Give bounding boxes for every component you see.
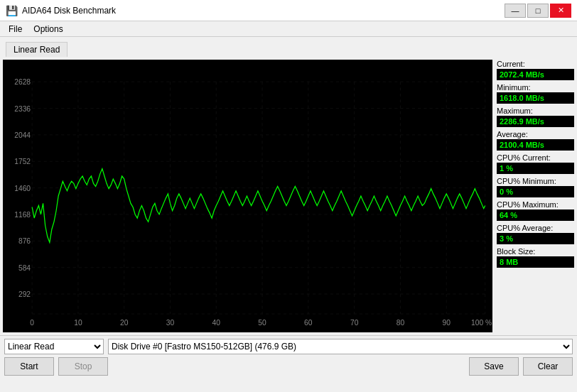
window-controls: — □ ✕: [505, 4, 571, 18]
average-value: 2100.4 MB/s: [497, 139, 574, 151]
save-button[interactable]: Save: [469, 357, 519, 376]
cpu-current-value: 1 %: [497, 163, 574, 174]
svg-text:10: 10: [74, 319, 82, 327]
menu-bar: File Options: [0, 21, 577, 37]
svg-text:584: 584: [18, 264, 31, 272]
title-bar: 💾 AIDA64 Disk Benchmark — □ ✕: [0, 0, 577, 21]
svg-text:40: 40: [212, 319, 221, 327]
right-panel: Current: 2072.4 MB/s Minimum: 1618.0 MB/…: [495, 57, 577, 335]
bottom-row1: Linear Read Random Read Buffered Read Av…: [4, 339, 573, 354]
cpu-maximum-stat: CPU% Maximum: 64 %: [497, 200, 574, 221]
disk-select[interactable]: Disk Drive #0 [Fastro MS150-512GB] (476.…: [108, 339, 573, 354]
tab-linear-read[interactable]: Linear Read: [6, 42, 68, 57]
average-label: Average:: [497, 130, 574, 138]
maximum-stat: Maximum: 2286.9 MB/s: [497, 107, 574, 127]
bottom-row2: Start Stop Save Clear: [4, 357, 573, 376]
cpu-current-label: CPU% Current:: [497, 153, 574, 162]
cpu-average-label: CPU% Average:: [497, 224, 574, 232]
bottom-bar: Linear Read Random Read Buffered Read Av…: [0, 335, 577, 392]
current-stat: Current: 2072.4 MB/s: [497, 60, 574, 80]
minimum-label: Minimum:: [497, 83, 574, 92]
minimum-stat: Minimum: 1618.0 MB/s: [497, 83, 574, 104]
close-button[interactable]: ✕: [550, 4, 571, 18]
current-value: 2072.4 MB/s: [497, 69, 574, 80]
svg-text:292: 292: [18, 290, 31, 298]
tab-row: Linear Read: [0, 37, 577, 57]
svg-text:50: 50: [258, 319, 266, 327]
svg-text:70: 70: [350, 319, 359, 327]
start-button[interactable]: Start: [4, 357, 54, 376]
svg-rect-0: [3, 60, 492, 332]
svg-text:2044: 2044: [14, 131, 31, 139]
block-size-label: Block Size:: [497, 247, 574, 256]
main-content: MB/s 06:14: [0, 57, 577, 335]
maximize-button[interactable]: □: [527, 4, 549, 18]
chart-area: MB/s 06:14: [3, 60, 492, 332]
maximum-value: 2286.9 MB/s: [497, 116, 574, 127]
cpu-maximum-value: 64 %: [497, 209, 574, 221]
minimum-value: 1618.0 MB/s: [497, 92, 574, 104]
block-size-value: 8 MB: [497, 256, 574, 268]
cpu-average-value: 3 %: [497, 233, 574, 244]
svg-text:1752: 1752: [14, 158, 31, 165]
cpu-maximum-label: CPU% Maximum:: [497, 200, 574, 209]
svg-text:876: 876: [18, 237, 31, 245]
svg-text:2628: 2628: [14, 78, 31, 86]
window-title: AIDA64 Disk Benchmark: [22, 6, 505, 16]
cpu-current-stat: CPU% Current: 1 %: [497, 153, 574, 174]
svg-text:0: 0: [30, 319, 34, 327]
svg-text:20: 20: [120, 319, 129, 327]
svg-text:2336: 2336: [14, 105, 31, 113]
svg-text:100 %: 100 %: [471, 319, 492, 327]
svg-text:1168: 1168: [14, 211, 31, 219]
cpu-average-stat: CPU% Average: 3 %: [497, 224, 574, 244]
cpu-minimum-label: CPU% Minimum:: [497, 177, 574, 185]
benchmark-select[interactable]: Linear Read Random Read Buffered Read Av…: [4, 339, 104, 354]
svg-text:80: 80: [397, 319, 405, 327]
clear-button[interactable]: Clear: [523, 357, 573, 376]
block-size-stat: Block Size: 8 MB: [497, 247, 574, 268]
stop-button[interactable]: Stop: [58, 357, 108, 376]
menu-options[interactable]: Options: [28, 23, 68, 36]
cpu-minimum-value: 0 %: [497, 186, 574, 197]
svg-text:30: 30: [166, 319, 175, 327]
menu-file[interactable]: File: [3, 23, 28, 36]
svg-text:1460: 1460: [14, 185, 31, 192]
svg-text:60: 60: [304, 319, 313, 327]
minimize-button[interactable]: —: [505, 4, 526, 18]
app-icon: 💾: [6, 5, 18, 16]
chart-svg: 2628 2336 2044 1752 1460 1168 876 584 29…: [3, 60, 492, 332]
svg-text:90: 90: [442, 319, 451, 327]
cpu-minimum-stat: CPU% Minimum: 0 %: [497, 177, 574, 197]
average-stat: Average: 2100.4 MB/s: [497, 130, 574, 151]
current-label: Current:: [497, 60, 574, 68]
maximum-label: Maximum:: [497, 107, 574, 115]
